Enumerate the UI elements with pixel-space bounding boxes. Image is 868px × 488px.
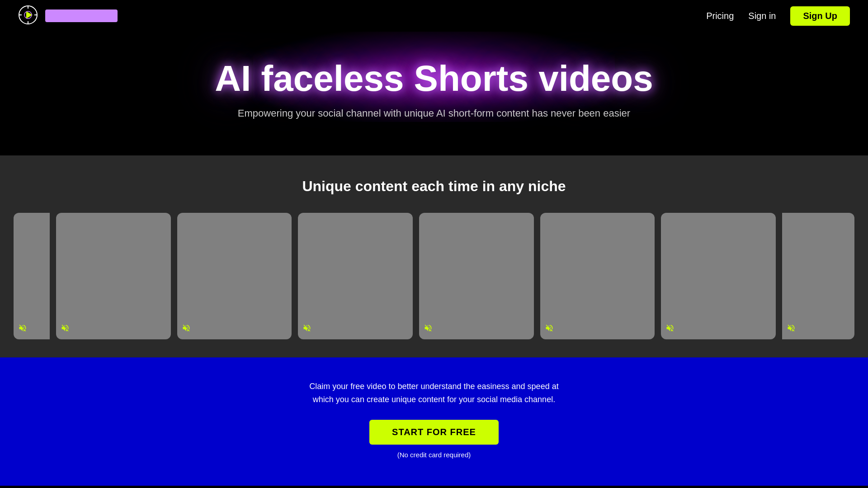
video-card[interactable] <box>419 213 534 339</box>
navbar: Pricing Sign in Sign Up <box>0 0 868 32</box>
video-card[interactable] <box>661 213 776 339</box>
mute-icon[interactable] <box>18 324 27 335</box>
logo-icon <box>18 5 38 27</box>
cta-text: Claim your free video to better understa… <box>18 380 850 406</box>
mute-icon[interactable] <box>665 324 675 335</box>
mute-icon[interactable] <box>424 324 433 335</box>
mute-icon[interactable] <box>545 324 554 335</box>
video-card[interactable] <box>14 213 50 339</box>
video-card[interactable] <box>56 213 171 339</box>
navbar-right: Pricing Sign in Sign Up <box>706 6 850 26</box>
mute-icon[interactable] <box>787 324 796 335</box>
start-for-free-button[interactable]: START FOR FREE <box>369 420 499 445</box>
mute-icon[interactable] <box>182 324 191 335</box>
video-card[interactable] <box>298 213 413 339</box>
pricing-link[interactable]: Pricing <box>706 11 734 21</box>
signup-button[interactable]: Sign Up <box>790 6 850 26</box>
video-card[interactable] <box>782 213 854 339</box>
workflow-section: WORKFLOW <box>0 486 868 488</box>
mute-icon[interactable] <box>302 324 311 335</box>
video-grid <box>9 213 859 339</box>
cta-note: (No credit card required) <box>18 451 850 459</box>
hero-subtitle: Empowering your social channel with uniq… <box>18 108 850 119</box>
video-card[interactable] <box>177 213 292 339</box>
hero-title: AI faceless Shorts videos <box>18 59 850 99</box>
video-card[interactable] <box>540 213 655 339</box>
cta-section: Claim your free video to better understa… <box>0 357 868 486</box>
hero-section: AI faceless Shorts videos Empowering you… <box>0 32 868 155</box>
signin-link[interactable]: Sign in <box>748 11 776 21</box>
logo-text <box>45 9 118 22</box>
navbar-left <box>18 5 118 27</box>
mute-icon[interactable] <box>61 324 70 335</box>
content-section: Unique content each time in any niche <box>0 155 868 357</box>
section-title: Unique content each time in any niche <box>9 178 859 195</box>
